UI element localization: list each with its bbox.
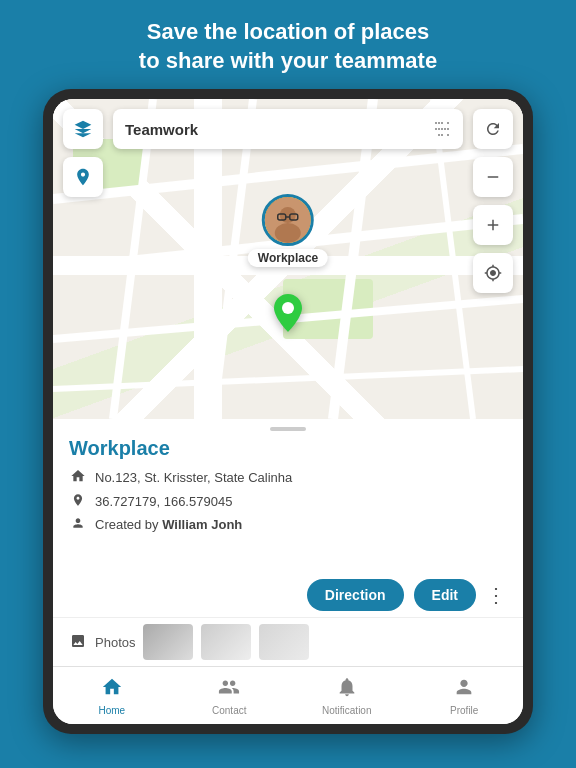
coordinates-row: 36.727179, 166.579045 [69,493,507,510]
nav-home-label: Home [98,705,125,716]
map-left-controls [63,109,103,197]
action-row: Direction Edit ⋮ [53,573,523,617]
address-text: No.123, St. Krisster, State Calinha [95,470,292,485]
profile-icon [453,676,475,703]
home-icon [101,676,123,703]
drag-handle[interactable] [270,427,306,431]
nav-notification-label: Notification [322,705,371,716]
nav-profile[interactable]: Profile [434,676,494,716]
coordinates-text: 36.727179, 166.579045 [95,494,232,509]
nav-notification[interactable]: Notification [317,676,377,716]
avatar [262,194,314,246]
workplace-marker[interactable]: Workplace [248,194,328,267]
map-right-controls [473,109,513,293]
creator-row: Created by William Jonh [69,516,507,533]
zoom-out-button[interactable] [473,157,513,197]
svg-line-8 [53,369,523,389]
more-options-button[interactable]: ⋮ [486,583,507,607]
search-bar-title: Teamwork [125,121,425,138]
nav-contact[interactable]: Contact [199,676,259,716]
workplace-label: Workplace [248,249,328,267]
address-row: No.123, St. Krisster, State Calinha [69,468,507,487]
zoom-in-button[interactable] [473,205,513,245]
person-icon [69,516,87,533]
location-filter-button[interactable] [63,157,103,197]
tablet-screen: Teamwork [53,99,523,724]
photos-label: Photos [95,635,135,650]
building-icon [69,468,87,487]
photo-thumb-1[interactable] [143,624,193,660]
tablet-wrapper: Teamwork [43,89,533,734]
place-title: Workplace [69,437,507,460]
layers-button[interactable] [63,109,103,149]
nav-contact-label: Contact [212,705,246,716]
detail-panel: Workplace No.123, St. Krisster, State Ca… [53,419,523,666]
photo-thumb-3[interactable] [259,624,309,660]
svg-point-12 [275,223,301,243]
filter-icon [433,120,451,138]
bottom-nav: Home Contact Notification [53,666,523,724]
direction-button[interactable]: Direction [307,579,404,611]
header-text: Save the location of places to share wit… [109,0,467,89]
pin-icon [69,493,87,510]
map-area: Teamwork [53,99,523,419]
notification-icon [336,676,358,703]
creator-text: Created by William Jonh [95,517,242,532]
svg-point-16 [282,302,294,314]
location-pin [274,294,302,339]
contact-icon [218,676,240,703]
gps-button[interactable] [473,253,513,293]
map-search-bar[interactable]: Teamwork [113,109,463,149]
edit-button[interactable]: Edit [414,579,476,611]
nav-profile-label: Profile [450,705,478,716]
nav-home[interactable]: Home [82,676,142,716]
refresh-button[interactable] [473,109,513,149]
photos-row: Photos [53,617,523,666]
photo-icon [69,633,87,652]
photo-thumb-2[interactable] [201,624,251,660]
detail-content: Workplace No.123, St. Krisster, State Ca… [53,437,523,573]
